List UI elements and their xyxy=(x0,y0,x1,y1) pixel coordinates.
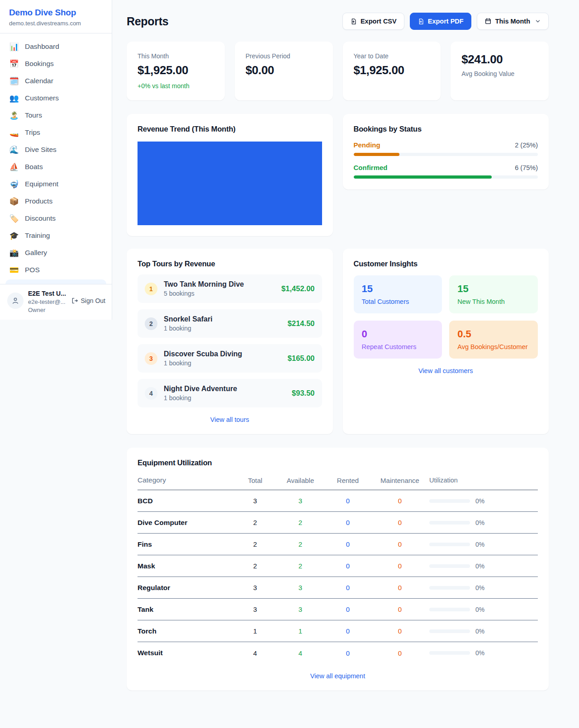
sidebar-item-label: POS xyxy=(25,266,40,274)
cell-maintenance: 0 xyxy=(370,605,429,613)
utilization-percent: 0% xyxy=(475,497,484,505)
tour-row: 4 Night Dive Adventure 1 booking $93.50 xyxy=(138,379,322,407)
rank-badge: 1 xyxy=(145,283,157,295)
insight-value: 0.5 xyxy=(457,328,530,340)
stat-delta: +0% vs last month xyxy=(138,82,214,90)
sidebar-user-footer: E2E Test U... e2e-tester@... Owner Sign … xyxy=(0,284,112,320)
utilization-bar-track xyxy=(429,586,470,590)
utilization-bar-track xyxy=(429,543,470,546)
user-block: E2E Test U... e2e-tester@... Owner xyxy=(28,290,66,313)
status-count: 2 (25%) xyxy=(515,142,538,149)
tour-row: 3 Discover Scuba Diving 1 booking $165.0… xyxy=(138,344,322,373)
export-csv-button[interactable]: Export CSV xyxy=(342,13,404,30)
table-row: Regulator 3 3 0 0 0% xyxy=(138,577,538,599)
table-row: Mask 2 2 0 0 0% xyxy=(138,555,538,577)
sidebar-item-reports-selected[interactable] xyxy=(5,279,106,284)
sidebar-item-customers[interactable]: 👥 Customers xyxy=(0,90,112,107)
cell-available: 3 xyxy=(275,605,325,613)
view-all-tours-link[interactable]: View all tours xyxy=(138,416,322,423)
col-available: Available xyxy=(275,477,325,484)
cell-total: 3 xyxy=(235,497,275,505)
insight-value: 15 xyxy=(457,283,530,295)
sidebar-item-label: Calendar xyxy=(25,77,53,85)
customer-insights-card: Customer Insights 15 Total Customers 15 … xyxy=(343,249,549,434)
tour-name: Night Dive Adventure xyxy=(164,385,285,393)
cell-rented: 0 xyxy=(325,497,370,505)
cell-total: 1 xyxy=(235,627,275,635)
cell-rented: 0 xyxy=(325,519,370,526)
sidebar-item-label: Products xyxy=(25,197,52,205)
sidebar-item-gallery[interactable]: 📸 Gallery xyxy=(0,244,112,261)
utilization-bar-track xyxy=(429,629,470,633)
camera-icon: 📸 xyxy=(9,249,19,257)
tour-row: 2 Snorkel Safari 1 booking $214.50 xyxy=(138,309,322,338)
cell-utilization: 0% xyxy=(429,628,538,635)
sidebar-item-label: Customers xyxy=(25,94,59,102)
cell-utilization: 0% xyxy=(429,563,538,570)
sidebar-item-dive-sites[interactable]: 🌊 Dive Sites xyxy=(0,141,112,158)
sidebar-item-discounts[interactable]: 🏷️ Discounts xyxy=(0,210,112,227)
view-all-equipment-link[interactable]: View all equipment xyxy=(138,672,538,680)
sidebar-nav: 📊 Dashboard 📅 Bookings 🗓️ Calendar 👥 Cus… xyxy=(0,33,112,284)
utilization-bar-track xyxy=(429,521,470,525)
cell-rented: 0 xyxy=(325,540,370,548)
cell-maintenance: 0 xyxy=(370,562,429,570)
sidebar-item-pos[interactable]: 💳 POS xyxy=(0,261,112,279)
sidebar-item-products[interactable]: 📦 Products xyxy=(0,193,112,210)
insight-label: Repeat Customers xyxy=(362,343,434,350)
period-dropdown[interactable]: This Month xyxy=(477,13,549,30)
status-count: 6 (75%) xyxy=(515,164,538,171)
cell-available: 2 xyxy=(275,519,325,526)
cell-utilization: 0% xyxy=(429,519,538,526)
revenue-trend-title: Revenue Trend (This Month) xyxy=(138,125,322,133)
sidebar-item-dashboard[interactable]: 📊 Dashboard xyxy=(0,38,112,55)
user-name: E2E Test U... xyxy=(28,290,66,297)
stat-card-previous-period: Previous Period $0.00 xyxy=(235,42,333,100)
cell-category: Torch xyxy=(138,627,235,635)
table-row: Wetsuit 4 4 0 0 0% xyxy=(138,642,538,664)
person-icon xyxy=(11,297,19,305)
chevron-down-icon xyxy=(535,18,541,24)
col-rented: Rented xyxy=(325,477,370,484)
sidebar-item-calendar[interactable]: 🗓️ Calendar xyxy=(0,72,112,90)
tour-revenue: $214.50 xyxy=(288,319,315,328)
sidebar-item-tours[interactable]: 🏝️ Tours xyxy=(0,107,112,124)
cell-utilization: 0% xyxy=(429,497,538,505)
sidebar-item-trips[interactable]: 🚤 Trips xyxy=(0,124,112,141)
sidebar-item-bookings[interactable]: 📅 Bookings xyxy=(0,55,112,72)
sidebar-item-equipment[interactable]: 🤿 Equipment xyxy=(0,175,112,193)
tour-row: 1 Two Tank Morning Dive 5 bookings $1,45… xyxy=(138,274,322,303)
cell-available: 3 xyxy=(275,497,325,505)
insight-tile-avg-bookings: 0.5 Avg Bookings/Customer xyxy=(449,321,538,359)
cell-rented: 0 xyxy=(325,627,370,635)
wave-icon: 🌊 xyxy=(9,146,19,154)
cell-category: Fins xyxy=(138,540,235,548)
calendar-icon: 📅 xyxy=(9,60,19,68)
stat-card-this-month: This Month $1,925.00 +0% vs last month xyxy=(127,42,225,100)
view-all-customers-link[interactable]: View all customers xyxy=(354,367,538,374)
shop-domain: demo.test.divestreams.com xyxy=(9,20,103,27)
stat-label: Previous Period xyxy=(246,52,322,60)
stat-value: $1,925.00 xyxy=(138,63,214,77)
sign-out-button[interactable]: Sign Out xyxy=(71,297,105,304)
rank-badge: 2 xyxy=(145,317,157,330)
sidebar-item-boats[interactable]: ⛵ Boats xyxy=(0,158,112,175)
stat-card-year-to-date: Year to Date $1,925.00 xyxy=(343,42,441,100)
tour-name: Snorkel Safari xyxy=(164,315,281,323)
cell-total: 3 xyxy=(235,605,275,613)
status-bar-fill xyxy=(354,153,400,156)
sidebar-item-label: Training xyxy=(25,232,50,240)
cell-total: 4 xyxy=(235,649,275,657)
stat-value: $1,925.00 xyxy=(354,63,430,77)
col-category: Category xyxy=(138,476,235,484)
utilization-bar-track xyxy=(429,499,470,503)
export-pdf-button[interactable]: Export PDF xyxy=(410,13,471,30)
sidebar-item-training[interactable]: 🎓 Training xyxy=(0,227,112,244)
tour-info: Night Dive Adventure 1 booking xyxy=(164,385,285,402)
bookings-status-card: Bookings by Status Pending 2 (25%) Confi… xyxy=(343,114,549,189)
sign-out-icon xyxy=(71,297,78,304)
package-icon: 📦 xyxy=(9,198,19,205)
table-row: Fins 2 2 0 0 0% xyxy=(138,534,538,555)
col-maintenance: Maintenance xyxy=(370,477,429,484)
shop-name: Demo Dive Shop xyxy=(9,8,103,18)
